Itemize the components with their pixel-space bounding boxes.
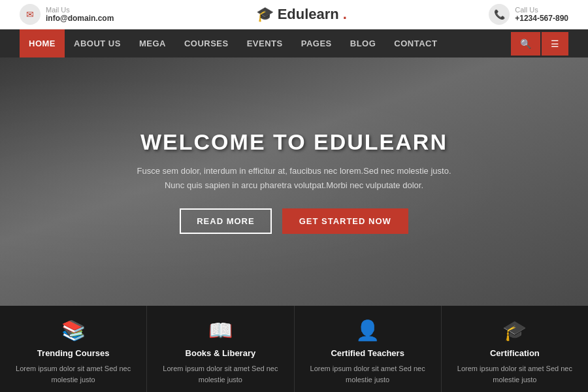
mail-info: ✉ Mail Us info@domain.com [20,4,114,25]
nav-actions: 🔍 ☰ [511,32,568,56]
nav-item-mega[interactable]: MEGA [130,29,175,57]
logo[interactable]: 🎓 Edulearn. [256,6,347,23]
nav-item-events[interactable]: EVENTS [238,29,292,57]
mail-icon: ✉ [20,4,41,25]
books-icon: 📖 [208,319,233,342]
feature-books: 📖 Books & Liberary Lorem ipsum dolor sit… [147,306,294,392]
mail-value: info@domain.com [46,14,114,23]
nav-item-pages[interactable]: PAGES [292,29,341,57]
call-label: Call Us [515,6,568,14]
certification-text: Lorem ipsum dolor sit amet Sed nec moles… [453,363,576,385]
certification-title: Certification [490,348,540,358]
call-text: Call Us +1234-567-890 [515,6,568,23]
call-info: 📞 Call Us +1234-567-890 [489,4,568,25]
read-more-button[interactable]: READ MORE [180,208,271,234]
books-text: Lorem ipsum dolor sit amet Sed nec moles… [159,363,282,385]
logo-icon: 🎓 [256,6,274,23]
search-button[interactable]: 🔍 [511,32,540,56]
teachers-icon: 👤 [355,319,380,342]
menu-button[interactable]: ☰ [542,32,568,56]
hero-subtitle-line2: Nunc quis sapien in arcu pharetra volutp… [165,180,423,190]
hero-content: WELCOME TO EDULEARN Fusce sem dolor, int… [124,116,465,247]
nav-item-home[interactable]: HOME [20,29,65,57]
nav-item-contact[interactable]: CONTACT [385,29,446,57]
call-icon: 📞 [489,4,510,25]
nav-links: HOME ABOUT US MEGA COURSES EVENTS PAGES … [20,29,446,57]
hero-section: WELCOME TO EDULEARN Fusce sem dolor, int… [0,57,588,306]
features-section: 📚 Trending Courses Lorem ipsum dolor sit… [0,306,588,392]
get-started-button[interactable]: GET STARTED NOW [282,208,408,234]
teachers-text: Lorem ipsum dolor sit amet Sed nec moles… [306,363,429,385]
hero-subtitle: Fusce sem dolor, interdum in efficitur a… [137,164,451,193]
logo-dot: . [343,6,347,23]
nav-item-blog[interactable]: BLOG [341,29,385,57]
hero-buttons: READ MORE GET STARTED NOW [137,208,451,234]
hero-title: WELCOME TO EDULEARN [137,129,451,155]
logo-text: Edulearn [278,6,339,23]
call-value: +1234-567-890 [515,14,568,23]
certification-icon: 🎓 [502,319,527,342]
feature-trending: 📚 Trending Courses Lorem ipsum dolor sit… [0,306,147,392]
mail-text: Mail Us info@domain.com [46,6,114,23]
hero-subtitle-line1: Fusce sem dolor, interdum in efficitur a… [137,166,451,176]
nav-item-courses[interactable]: COURSES [175,29,238,57]
nav-item-about[interactable]: ABOUT US [65,29,130,57]
navbar: HOME ABOUT US MEGA COURSES EVENTS PAGES … [0,29,588,57]
feature-certification: 🎓 Certification Lorem ipsum dolor sit am… [442,306,588,392]
books-title: Books & Liberary [186,348,256,358]
top-bar: ✉ Mail Us info@domain.com 🎓 Edulearn. 📞 … [0,0,588,29]
trending-title: Trending Courses [37,348,110,358]
trending-text: Lorem ipsum dolor sit amet Sed nec moles… [12,363,135,385]
trending-icon: 📚 [61,319,86,342]
mail-label: Mail Us [46,6,114,14]
feature-teachers: 👤 Certified Teachers Lorem ipsum dolor s… [295,306,442,392]
teachers-title: Certified Teachers [331,348,404,358]
